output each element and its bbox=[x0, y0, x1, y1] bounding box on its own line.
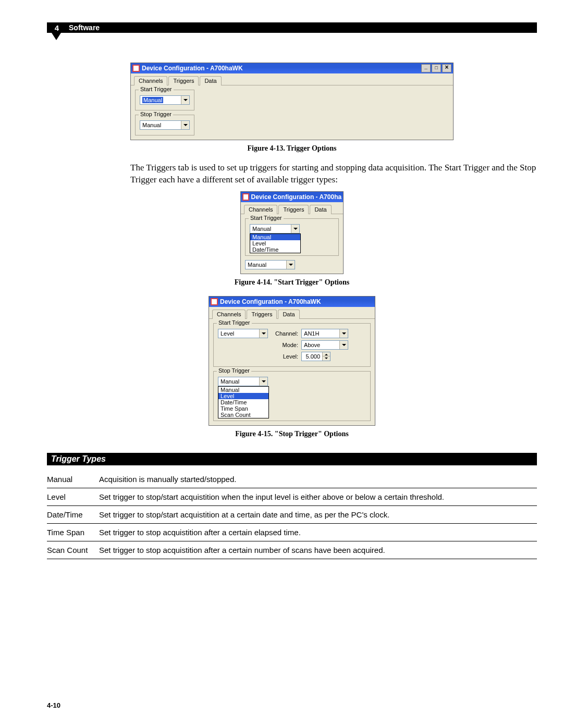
option-level[interactable]: Level bbox=[250, 240, 300, 246]
channel-label: Channel: bbox=[275, 330, 298, 337]
level-label: Level: bbox=[275, 353, 298, 360]
spinner-down-icon[interactable] bbox=[323, 356, 330, 361]
start-trigger-legend: Start Trigger bbox=[139, 86, 174, 92]
titlebar[interactable]: Device Configuration - A700haWK bbox=[209, 297, 375, 307]
chevron-down-icon[interactable] bbox=[181, 96, 189, 104]
maximize-button[interactable] bbox=[432, 64, 441, 72]
start-trigger-combo[interactable]: Manual bbox=[250, 224, 300, 233]
desc: Set trigger to stop/start acquistition w… bbox=[99, 492, 537, 501]
mode-combo[interactable]: Above bbox=[301, 340, 348, 350]
tab-triggers[interactable]: Triggers bbox=[168, 76, 199, 85]
body-paragraph: The Triggers tab is used to set up trigg… bbox=[130, 162, 537, 186]
stop-trigger-group: Stop Trigger Manual bbox=[135, 115, 194, 135]
desc: Set trigger to stop/start acquistition a… bbox=[99, 510, 537, 519]
tab-triggers[interactable]: Triggers bbox=[278, 205, 309, 214]
desc: Set trigger to stop acquistition after a… bbox=[99, 528, 537, 537]
figure-caption-15: Figure 4-15. "Stop Trigger" Options bbox=[47, 430, 537, 438]
stop-trigger-group: Stop Trigger Manual Manual Level Date/Ti… bbox=[213, 371, 371, 421]
defrow-scancount: Scan Count Set trigger to stop acquistit… bbox=[47, 541, 537, 559]
term: Time Span bbox=[47, 528, 99, 537]
term: Date/Time bbox=[47, 510, 99, 519]
defrow-level: Level Set trigger to stop/start acquisti… bbox=[47, 488, 537, 506]
chapter-marker-icon bbox=[52, 33, 61, 40]
stop-trigger-legend: Stop Trigger bbox=[139, 111, 173, 117]
dialog-fig15: Device Configuration - A700haWK Channels… bbox=[209, 296, 375, 426]
option-level[interactable]: Level bbox=[218, 393, 268, 399]
chevron-down-icon[interactable] bbox=[259, 329, 267, 338]
page-number: 4-10 bbox=[47, 701, 60, 709]
stop-trigger-combo[interactable]: Manual bbox=[218, 377, 268, 386]
section-heading: Trigger Types bbox=[47, 453, 537, 465]
channel-combo[interactable]: AN1H bbox=[301, 329, 348, 338]
mode-label: Mode: bbox=[275, 342, 298, 348]
chevron-down-icon[interactable] bbox=[339, 329, 348, 338]
term: Manual bbox=[47, 475, 99, 484]
figure-caption-14: Figure 4-14. "Start Trigger" Options bbox=[47, 278, 537, 287]
window-title: Device Configuration - A700haWK bbox=[251, 193, 341, 201]
tab-channels[interactable]: Channels bbox=[244, 205, 277, 214]
desc: Set trigger to stop acquistition after a… bbox=[99, 546, 537, 554]
definition-list: Manual Acquisition is manually started/s… bbox=[47, 471, 537, 559]
start-trigger-legend: Start Trigger bbox=[249, 215, 284, 221]
window-title: Device Configuration - A700haWK bbox=[142, 65, 243, 72]
tab-strip: Channels Triggers Data bbox=[241, 202, 343, 214]
defrow-datetime: Date/Time Set trigger to stop/start acqu… bbox=[47, 506, 537, 524]
tab-data[interactable]: Data bbox=[310, 205, 331, 214]
titlebar[interactable]: Device Configuration - A700haWK bbox=[131, 63, 453, 73]
defrow-manual: Manual Acquisition is manually started/s… bbox=[47, 471, 537, 488]
stop-trigger-dropdown[interactable]: Manual Level Date/Time Time Span Scan Co… bbox=[218, 386, 269, 418]
dialog-fig13: Device Configuration - A700haWK Channels… bbox=[130, 63, 454, 140]
start-trigger-group: Start Trigger Manual bbox=[135, 90, 194, 110]
option-manual[interactable]: Manual bbox=[218, 387, 268, 393]
chevron-down-icon[interactable] bbox=[181, 121, 189, 129]
titlebar[interactable]: Device Configuration - A700haWK bbox=[241, 192, 343, 202]
dialog-fig14: Device Configuration - A700haWK Channels… bbox=[240, 191, 344, 274]
tab-strip: Channels Triggers Data bbox=[131, 73, 453, 85]
tab-channels[interactable]: Channels bbox=[134, 76, 167, 85]
chapter-number: 4 bbox=[51, 23, 63, 32]
option-datetime[interactable]: Date/Time bbox=[250, 246, 300, 253]
option-scancount[interactable]: Scan Count bbox=[218, 412, 268, 418]
term: Level bbox=[47, 492, 99, 501]
desc: Acquisition is manually started/stopped. bbox=[99, 475, 537, 484]
tab-strip: Channels Triggers Data bbox=[209, 307, 375, 319]
stop-trigger-legend: Stop Trigger bbox=[217, 367, 251, 374]
chevron-down-icon[interactable] bbox=[259, 377, 267, 386]
level-spinner[interactable]: 5.000 bbox=[301, 352, 331, 361]
chapter-header-bar: 4 Software bbox=[47, 22, 537, 33]
option-timespan[interactable]: Time Span bbox=[218, 405, 268, 412]
close-button[interactable] bbox=[442, 64, 451, 72]
chevron-down-icon[interactable] bbox=[291, 225, 299, 233]
chapter-title: Software bbox=[69, 23, 100, 32]
app-icon bbox=[242, 193, 249, 201]
start-trigger-dropdown[interactable]: Manual Level Date/Time bbox=[250, 233, 301, 253]
start-trigger-group: Start Trigger Level Channel: AN1H Mode: bbox=[213, 323, 371, 367]
tab-data[interactable]: Data bbox=[278, 310, 299, 319]
term: Scan Count bbox=[47, 546, 99, 554]
minimize-button[interactable] bbox=[421, 64, 431, 72]
app-icon bbox=[211, 298, 218, 305]
figure-caption-13: Figure 4-13. Trigger Options bbox=[47, 144, 537, 153]
stop-trigger-combo[interactable]: Manual bbox=[140, 120, 190, 130]
spinner-up-icon[interactable] bbox=[323, 352, 330, 357]
start-trigger-legend: Start Trigger bbox=[217, 319, 252, 326]
window-title: Device Configuration - A700haWK bbox=[220, 298, 321, 305]
stop-trigger-combo[interactable]: Manual bbox=[245, 260, 295, 269]
tab-channels[interactable]: Channels bbox=[212, 310, 246, 319]
start-trigger-group: Start Trigger Manual Manual Level Date/T… bbox=[245, 218, 339, 256]
option-datetime[interactable]: Date/Time bbox=[218, 399, 268, 405]
tab-triggers[interactable]: Triggers bbox=[247, 310, 277, 319]
defrow-timespan: Time Span Set trigger to stop acquistiti… bbox=[47, 524, 537, 541]
chevron-down-icon[interactable] bbox=[286, 261, 295, 269]
start-trigger-combo[interactable]: Manual bbox=[140, 95, 190, 105]
tab-data[interactable]: Data bbox=[200, 76, 221, 85]
option-manual[interactable]: Manual bbox=[250, 234, 300, 240]
chevron-down-icon[interactable] bbox=[339, 341, 348, 349]
app-icon bbox=[132, 65, 140, 72]
start-trigger-combo[interactable]: Level bbox=[218, 329, 268, 338]
